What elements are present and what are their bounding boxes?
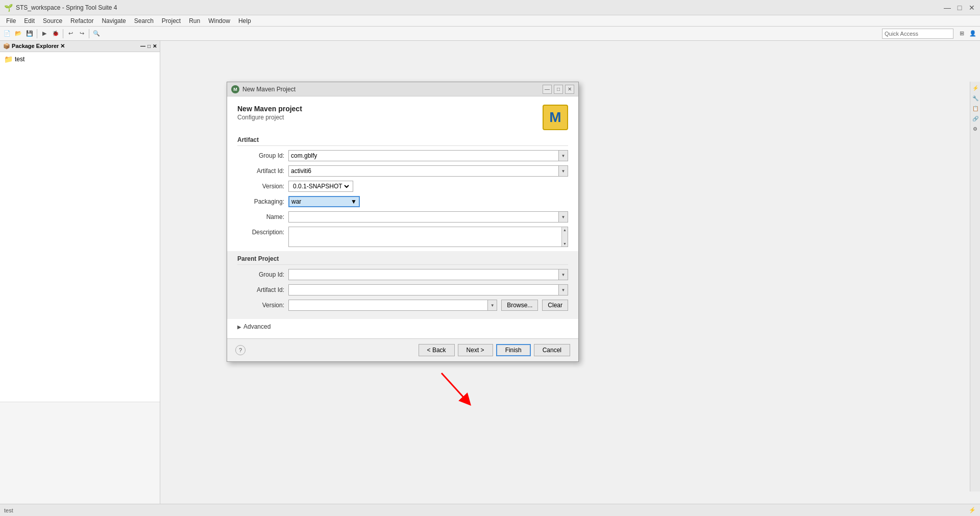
dialog-close-btn[interactable]: ✕ [565,85,574,94]
package-explorer-content: 📁 test [0,52,160,402]
parent-version-container[interactable]: ▼ [288,300,497,311]
toolbar-debug[interactable]: 🐞 [51,29,61,39]
menu-project[interactable]: Project [158,15,185,27]
dialog-title-text: New Maven Project [242,86,296,93]
advanced-arrow-icon: ▶ [237,324,241,330]
name-input[interactable] [289,212,558,222]
sidebar-icon-2[interactable]: 🔧 [971,94,979,102]
description-input[interactable] [289,227,568,247]
packaging-row: Packaging: war ▼ [237,196,568,207]
panel-minimize-icon[interactable]: — [140,43,145,49]
version-select[interactable]: 0.0.1-SNAPSHOT [288,181,353,192]
close-button[interactable]: ✕ [968,4,976,12]
artifact-id-label: Artifact Id: [237,167,288,175]
advanced-label: Advanced [243,323,271,330]
menu-window[interactable]: Window [204,15,234,27]
description-area[interactable]: ▲ ▼ [288,227,568,247]
scroll-up-arrow[interactable]: ▲ [563,228,567,232]
version-dropdown[interactable]: 0.0.1-SNAPSHOT [291,182,351,190]
sidebar-icon-5[interactable]: ⚙ [971,125,979,133]
tree-item-test[interactable]: 📁 test [2,54,158,64]
toolbar-redo[interactable]: ↪ [77,29,87,39]
scroll-down-arrow[interactable]: ▼ [563,242,567,245]
group-id-input-container[interactable]: ▼ [288,150,568,161]
new-maven-project-dialog: M New Maven Project — □ ✕ New Maven proj… [227,82,579,362]
menu-edit[interactable]: Edit [20,15,39,27]
parent-artifact-id-container[interactable]: ▼ [288,284,568,296]
maximize-button[interactable]: □ [955,4,964,12]
toolbar-open[interactable]: 📂 [13,29,23,39]
app-icon: 🌱 [4,4,13,12]
finish-button[interactable]: Finish [496,344,531,356]
parent-version-arrow[interactable]: ▼ [487,300,497,310]
dialog-title-bar: M New Maven Project — □ ✕ [227,82,578,96]
parent-version-label: Version: [237,302,288,309]
parent-artifact-id-input[interactable] [289,285,558,295]
description-label: Description: [237,227,288,236]
toolbar-extra[interactable]: 👤 [968,29,978,39]
toolbar-save[interactable]: 💾 [24,29,35,39]
panel-close-icon[interactable]: ✕ [153,43,157,49]
parent-version-input[interactable] [289,300,487,310]
toolbar-undo[interactable]: ↩ [65,29,76,39]
name-input-container[interactable]: ▼ [288,211,568,223]
toolbar-new[interactable]: 📄 [2,29,12,39]
packaging-select[interactable]: war ▼ [288,196,360,207]
sidebar-icon-1[interactable]: ⚡ [971,84,979,92]
dialog-title-controls: — □ ✕ [543,85,574,94]
quick-access-label: Quick Access [885,31,918,37]
toolbar-sep3 [89,29,89,38]
cancel-button[interactable]: Cancel [534,344,570,356]
name-row: Name: ▼ [237,211,568,223]
menu-run[interactable]: Run [185,15,204,27]
toolbar-sep1 [37,29,37,38]
group-id-input[interactable] [289,151,558,161]
svg-line-1 [442,373,467,401]
maven-logo: M [543,105,568,130]
parent-group-id-label: Group Id: [237,271,288,278]
parent-version-controls: ▼ Browse... Clear [288,300,568,311]
artifact-id-input-container[interactable]: ▼ [288,165,568,177]
artifact-id-dropdown-arrow[interactable]: ▼ [558,166,568,176]
parent-group-id-arrow[interactable]: ▼ [558,269,568,280]
menu-navigate[interactable]: Navigate [97,15,130,27]
menu-file[interactable]: File [2,15,20,27]
package-explorer-title: 📦 Package Explorer ✕ [3,43,65,50]
minimize-button[interactable]: — [943,4,951,12]
tree-item-label: test [15,56,24,63]
toolbar-run[interactable]: ▶ [39,29,50,39]
artifact-id-input[interactable] [289,166,558,176]
name-label: Name: [237,213,288,220]
parent-artifact-id-row: Artifact Id: ▼ [237,284,568,296]
dialog-subheading: Configure project [237,114,302,121]
back-button[interactable]: < Back [419,344,455,356]
description-row: Description: ▲ ▼ [237,227,568,247]
sidebar-icon-3[interactable]: 📋 [971,104,979,112]
parent-project-section: Parent Project Group Id: ▼ Artifact Id: [227,251,578,319]
clear-button[interactable]: Clear [542,300,568,311]
packaging-dropdown-arrow[interactable]: ▼ [351,198,357,205]
parent-artifact-id-label: Artifact Id: [237,286,288,293]
right-sidebar: ⚡ 🔧 📋 🔗 ⚙ [970,82,980,492]
parent-group-id-input[interactable] [289,269,558,280]
toolbar-search[interactable]: 🔍 [91,29,102,39]
menu-source[interactable]: Source [39,15,66,27]
dialog-minimize-btn[interactable]: — [543,85,552,94]
menu-refactor[interactable]: Refactor [66,15,97,27]
group-id-dropdown-arrow[interactable]: ▼ [558,151,568,161]
quick-access-box[interactable]: Quick Access [882,29,953,39]
panel-maximize-icon[interactable]: □ [148,43,151,49]
name-dropdown-arrow[interactable]: ▼ [558,212,568,222]
browse-button[interactable]: Browse... [501,300,538,311]
title-bar: 🌱 STS_workspace - Spring Tool Suite 4 — … [0,0,980,15]
help-button[interactable]: ? [235,345,246,355]
menu-search[interactable]: Search [130,15,158,27]
menu-help[interactable]: Help [234,15,255,27]
toolbar-perspective[interactable]: ⊞ [957,29,967,39]
dialog-maximize-btn[interactable]: □ [554,85,563,94]
parent-group-id-container[interactable]: ▼ [288,269,568,280]
advanced-section[interactable]: ▶ Advanced [237,323,568,330]
next-button[interactable]: Next > [458,344,493,356]
parent-artifact-id-arrow[interactable]: ▼ [558,285,568,295]
sidebar-icon-4[interactable]: 🔗 [971,114,979,122]
